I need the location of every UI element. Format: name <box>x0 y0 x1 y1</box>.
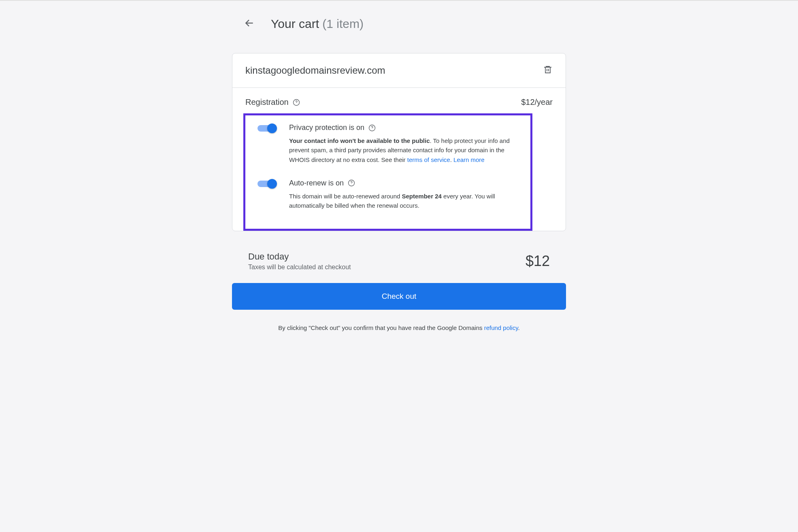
due-sub: Taxes will be calculated at checkout <box>248 264 351 271</box>
toggle-thumb <box>267 123 277 133</box>
autorenew-desc-pre: This domain will be auto-renewed around <box>289 193 402 200</box>
title-count: (1 item) <box>322 17 364 30</box>
due-info: Due today Taxes will be calculated at ch… <box>248 251 351 271</box>
autorenew-title: Auto-renew is on <box>289 179 518 187</box>
registration-label: Registration <box>245 98 300 107</box>
disclaimer-pre: By clicking "Check out" you confirm that… <box>278 324 484 331</box>
privacy-title: Privacy protection is on <box>289 123 518 132</box>
trash-icon[interactable] <box>543 65 553 76</box>
due-amount: $12 <box>526 253 550 270</box>
privacy-desc: Your contact info won't be available to … <box>289 136 518 164</box>
autorenew-desc: This domain will be auto-renewed around … <box>289 192 518 211</box>
privacy-desc-bold: Your contact info won't be available to … <box>289 137 430 144</box>
due-row: Due today Taxes will be calculated at ch… <box>232 231 566 283</box>
autorenew-toggle[interactable] <box>257 181 275 187</box>
privacy-title-text: Privacy protection is on <box>289 123 364 132</box>
domain-row: kinstagoogledomainsreview.com <box>232 53 566 88</box>
registration-price: $12/year <box>521 98 553 107</box>
registration-label-text: Registration <box>245 98 289 107</box>
help-icon[interactable] <box>293 99 300 106</box>
cart-card: kinstagoogledomainsreview.com Registrati… <box>232 53 566 231</box>
terms-of-service-link[interactable]: terms of service <box>407 156 450 163</box>
help-icon[interactable] <box>348 179 355 187</box>
back-arrow-icon[interactable] <box>244 18 255 30</box>
checkout-button[interactable]: Check out <box>232 283 566 310</box>
registration-header: Registration $12/year <box>245 98 553 107</box>
autorenew-title-text: Auto-renew is on <box>289 179 344 187</box>
refund-policy-link[interactable]: refund policy <box>484 324 518 331</box>
page-header: Your cart (1 item) <box>244 17 566 31</box>
disclaimer: By clicking "Check out" you confirm that… <box>232 310 566 346</box>
toggle-thumb <box>267 179 277 189</box>
privacy-content: Privacy protection is on Your contact i <box>289 123 518 164</box>
title-text: Your cart <box>271 17 319 30</box>
due-label: Due today <box>248 251 351 262</box>
help-icon[interactable] <box>368 124 376 132</box>
registration-section: Registration $12/year <box>232 88 566 231</box>
privacy-row: Privacy protection is on Your contact i <box>257 123 518 164</box>
autorenew-date: September 24 <box>402 193 442 200</box>
disclaimer-post: . <box>518 324 520 331</box>
domain-name: kinstagoogledomainsreview.com <box>245 65 385 76</box>
privacy-toggle[interactable] <box>257 125 275 132</box>
privacy-period: . <box>450 156 453 163</box>
learn-more-link[interactable]: Learn more <box>453 156 485 163</box>
autorenew-content: Auto-renew is on This domain will be au <box>289 179 518 211</box>
page-title: Your cart (1 item) <box>271 17 364 31</box>
options-highlight: Privacy protection is on Your contact i <box>243 113 532 231</box>
autorenew-row: Auto-renew is on This domain will be au <box>257 179 518 211</box>
